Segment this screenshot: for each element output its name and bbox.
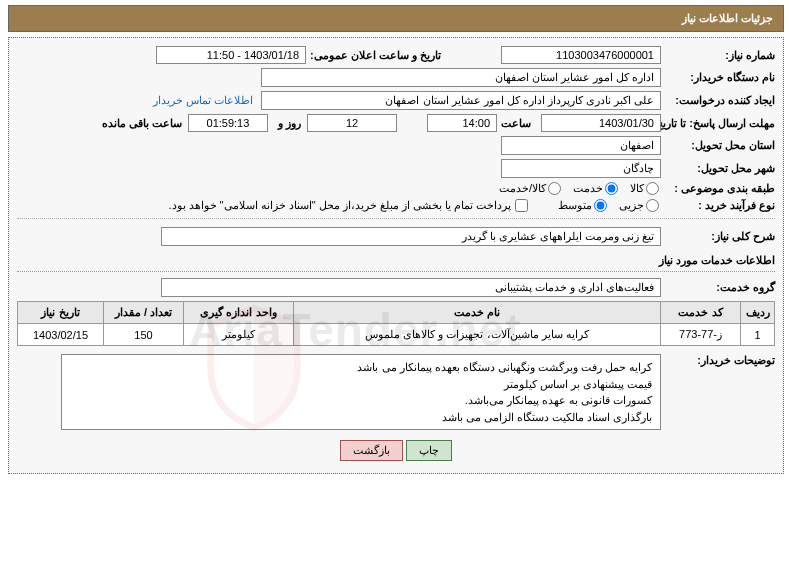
cat-goods-label: کالا — [630, 182, 644, 195]
cat-gs-label: کالا/خدمت — [499, 182, 546, 195]
requester-value: علی اکبر نادری کارپرداز اداره کل امور عش… — [261, 91, 661, 110]
deadline-date: 1403/01/30 — [541, 114, 661, 132]
main-panel: AriaTender.net شماره نیاز: 1103003476000… — [8, 37, 784, 474]
table-cell: ز-77-773 — [661, 324, 741, 346]
need-no-label: شماره نیاز: — [665, 49, 775, 62]
time-label: ساعت — [501, 117, 531, 130]
services-table: ردیفکد خدمتنام خدمتواحد اندازه گیریتعداد… — [17, 301, 775, 346]
table-header: واحد اندازه گیری — [184, 302, 294, 324]
page-title: جزئیات اطلاعات نیاز — [8, 5, 784, 32]
deadline-time: 14:00 — [427, 114, 497, 132]
province-value: اصفهان — [501, 136, 661, 155]
announce-dt-value: 1403/01/18 - 11:50 — [156, 46, 306, 64]
table-cell: 1 — [741, 324, 775, 346]
city-label: شهر محل تحویل: — [665, 162, 775, 175]
cat-goods-radio[interactable] — [646, 182, 659, 195]
table-header: ردیف — [741, 302, 775, 324]
buyer-note-line: بارگذاری اسناد مالکیت دستگاه الزامی می ب… — [70, 409, 652, 426]
table-header: کد خدمت — [661, 302, 741, 324]
province-label: استان محل تحویل: — [665, 139, 775, 152]
requester-label: ایجاد کننده درخواست: — [665, 94, 775, 107]
print-button[interactable]: چاپ — [406, 440, 452, 461]
contact-link[interactable]: اطلاعات تماس خریدار — [153, 94, 253, 107]
buyer-note-line: کرایه حمل رفت وبرگشت ونگهبانی دستگاه بعه… — [70, 359, 652, 376]
bt-medium-label: متوسط — [558, 199, 592, 212]
announce-dt-label: تاریخ و ساعت اعلان عمومی: — [310, 49, 441, 62]
buyer-notes-label: توضیحات خریدار: — [665, 354, 775, 367]
table-row: 1ز-77-773کرایه سایر ماشین‌آلات، تجهیزات … — [18, 324, 775, 346]
table-header: تعداد / مقدار — [104, 302, 184, 324]
table-cell: 150 — [104, 324, 184, 346]
need-no-value: 1103003476000001 — [501, 46, 661, 64]
table-cell: کرایه سایر ماشین‌آلات، تجهیزات و کالاهای… — [294, 324, 661, 346]
bt-medium-radio[interactable] — [594, 199, 607, 212]
category-label: طبقه بندی موضوعی : — [665, 182, 775, 195]
days-left: 12 — [307, 114, 397, 132]
buyer-note-line: قیمت پیشنهادی بر اساس کیلومتر — [70, 376, 652, 393]
svc-group-value: فعالیت‌های اداری و خدمات پشتیبانی — [161, 278, 661, 297]
buyer-notes-box: کرایه حمل رفت وبرگشت ونگهبانی دستگاه بعه… — [61, 354, 661, 430]
buy-type-label: نوع فرآیند خرید : — [665, 199, 775, 212]
countdown: 01:59:13 — [188, 114, 268, 132]
city-value: چادگان — [501, 159, 661, 178]
table-header: تاریخ نیاز — [18, 302, 104, 324]
svc-info-title: اطلاعات خدمات مورد نیاز — [17, 254, 775, 272]
deadline-label: مهلت ارسال پاسخ: تا تاریخ: — [665, 117, 775, 130]
table-cell: 1403/02/15 — [18, 324, 104, 346]
buyer-org-label: نام دستگاه خریدار: — [665, 71, 775, 84]
cat-gs-radio[interactable] — [548, 182, 561, 195]
need-desc-value: تیغ زنی ومرمت ایلراههای عشایری با گریدر — [161, 227, 661, 246]
time-left-label: ساعت باقی مانده — [102, 117, 182, 130]
bt-partial-radio[interactable] — [646, 199, 659, 212]
need-desc-label: شرح کلی نیاز: — [665, 230, 775, 243]
table-header: نام خدمت — [294, 302, 661, 324]
svc-group-label: گروه خدمت: — [665, 281, 775, 294]
paynote-label: پرداخت تمام یا بخشی از مبلغ خرید،از محل … — [168, 199, 511, 212]
bt-partial-label: جزیی — [619, 199, 644, 212]
paynote-check[interactable] — [515, 199, 528, 212]
back-button[interactable]: بازگشت — [340, 440, 403, 461]
days-and-label: روز و — [278, 117, 301, 130]
table-cell: کیلومتر — [184, 324, 294, 346]
cat-service-label: خدمت — [573, 182, 603, 195]
buyer-note-line: کسورات قانونی به عهده پیمانکار می‌باشد. — [70, 392, 652, 409]
buyer-org-value: اداره کل امور عشایر استان اصفهان — [261, 68, 661, 87]
cat-service-radio[interactable] — [605, 182, 618, 195]
